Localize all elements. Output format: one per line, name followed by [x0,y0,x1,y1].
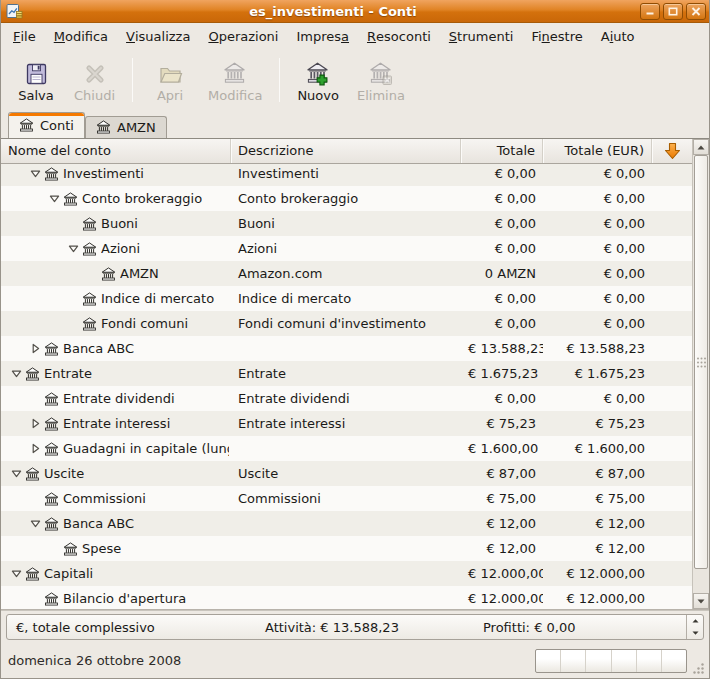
menu-item-aiuto[interactable]: Aiuto [592,23,644,50]
account-row-entrate[interactable]: EntrateEntrate€ 1.675,23€ 1.675,23 [1,361,692,386]
bank-icon [25,467,44,481]
account-row-conto-brokeraggio[interactable]: Conto brokeraggioConto brokeraggio€ 0,00… [1,186,692,211]
account-total-eur: € 12,00 [543,516,652,531]
window-controls [640,3,706,20]
vertical-scrollbar[interactable] [692,139,709,609]
account-description: Entrate [231,366,461,381]
column-header-account-name[interactable]: Nome del conto [1,139,231,163]
account-row-capitali[interactable]: Capitali€ 12.000,00€ 12.000,00 [1,561,692,586]
account-row-azioni[interactable]: AzioniAzioni€ 0,00€ 0,00 [1,236,692,261]
account-total-eur: € 1.675,23 [543,366,652,381]
salva-button[interactable]: Salva [7,54,65,106]
account-row-buoni[interactable]: BuoniBuoni€ 0,00€ 0,00 [1,211,692,236]
expander-open-icon[interactable] [46,193,63,204]
maximize-button[interactable] [663,3,683,20]
close-button[interactable] [686,3,706,20]
expander-open-icon[interactable] [8,368,25,379]
account-total-eur: € 12,00 [543,541,652,556]
account-total: € 0,00 [461,391,543,406]
summary-bar[interactable]: €, totale complessivo Attività: € 13.588… [6,614,704,640]
account-row-guadagni-in-capitale-lung[interactable]: Guadagni in capitale (lung€ 1.600,00€ 1.… [1,436,692,461]
account-row-banca-abc[interactable]: Banca ABC€ 13.588,23€ 13.588,23 [1,336,692,361]
account-total-eur: € 13.588,23 [543,341,652,356]
titlebar[interactable]: es_investimenti - Conti [1,0,709,23]
statusbar-date: domenica 26 ottobre 2008 [8,653,181,668]
spinner-up-button[interactable] [687,615,703,627]
expander-open-icon[interactable] [8,468,25,479]
bank-icon [222,60,248,86]
resize-grip-icon[interactable] [692,662,706,676]
progress-bar [535,649,687,673]
menu-item-resoconti[interactable]: Resoconti [358,23,440,50]
account-row-bilancio-d-apertura[interactable]: Bilancio d'apertura€ 12.000,00€ 12.000,0… [1,586,692,609]
scrollbar-track[interactable] [693,155,709,593]
tab-conti[interactable]: Conti [8,112,85,138]
account-description: Uscite [231,466,461,481]
account-row-spese[interactable]: Spese€ 12,00€ 12,00 [1,536,692,561]
column-header-description[interactable]: Descrizione [231,139,461,163]
account-total: € 75,23 [461,416,543,431]
account-row-banca-abc[interactable]: Banca ABC€ 12,00€ 12,00 [1,511,692,536]
bank-delete-icon [368,60,394,86]
account-total-eur: € 0,00 [543,266,652,281]
menu-item-file[interactable]: File [4,23,45,50]
thumb-grip-icon [696,356,706,369]
scrollbar-thumb[interactable] [694,155,708,569]
scroll-down-button[interactable] [693,593,709,609]
expander-closed-icon[interactable] [27,443,44,454]
progress-segment [637,650,662,672]
nuovo-button[interactable]: Nuovo [288,54,348,106]
bank-icon [82,292,101,306]
account-name: Entrate interessi [63,416,170,431]
account-total-eur: € 75,00 [543,491,652,506]
menu-item-operazioni[interactable]: Operazioni [199,23,287,50]
expander-open-icon[interactable] [27,518,44,529]
account-name: Entrate [44,366,92,381]
account-name: Commissioni [63,491,146,506]
account-description: Fondi comuni d'investimento [231,316,461,331]
tab-amzn[interactable]: AMZN [85,116,167,138]
column-header-total[interactable]: Totale [461,139,543,163]
account-row-commissioni[interactable]: CommissioniCommissioni€ 75,00€ 75,00 [1,486,692,511]
bank-icon [63,542,82,556]
expander-open-icon[interactable] [65,243,82,254]
spinner-down-button[interactable] [687,627,703,639]
account-row-investimenti[interactable]: InvestimentiInvestimenti€ 0,00€ 0,00 [1,164,692,186]
tab-label: AMZN [117,120,156,135]
account-row-entrate-dividendi[interactable]: Entrate dividendiEntrate dividendi€ 0,00… [1,386,692,411]
menu-item-visualizza[interactable]: Visualizza [117,23,199,50]
account-row-entrate-interessi[interactable]: Entrate interessiEntrate interessi€ 75,2… [1,411,692,436]
expander-open-icon[interactable] [27,168,44,179]
expander-closed-icon[interactable] [27,343,44,354]
expander-closed-icon[interactable] [27,418,44,429]
scroll-up-button[interactable] [693,139,709,155]
menu-item-modifica[interactable]: Modifica [45,23,117,50]
account-total: € 12,00 [461,516,543,531]
chiudi-button: Chiudi [65,54,124,106]
open-folder-icon [158,60,183,86]
menu-item-strumenti[interactable]: Strumenti [440,23,523,50]
column-header-total-eur[interactable]: Totale (EUR) [543,139,652,163]
toolbar-button-label: Salva [18,88,54,103]
account-total-eur: € 75,23 [543,416,652,431]
bank-new-icon [305,60,331,86]
account-total: € 0,00 [461,191,543,206]
apri-button: Apri [141,54,199,106]
minimize-button[interactable] [640,3,660,20]
expander-open-icon[interactable] [8,568,25,579]
account-total: € 0,00 [461,166,543,181]
menu-item-impresa[interactable]: Impresa [287,23,358,50]
account-name: Entrate dividendi [63,391,175,406]
progress-segment [662,650,686,672]
column-options-button[interactable] [652,139,692,163]
account-total-eur: € 0,00 [543,316,652,331]
bank-icon [44,167,63,181]
menu-item-finestre[interactable]: Finestre [522,23,591,50]
account-row-uscite[interactable]: UsciteUscite€ 87,00€ 87,00 [1,461,692,486]
account-description: Azioni [231,241,461,256]
account-name: Banca ABC [63,516,134,531]
account-row-indice-di-mercato[interactable]: Indice di mercatoIndice di mercato€ 0,00… [1,286,692,311]
account-total: € 75,00 [461,491,543,506]
account-row-amzn[interactable]: AMZNAmazon.com0 AMZN€ 0,00 [1,261,692,286]
account-row-fondi-comuni[interactable]: Fondi comuniFondi comuni d'investimento€… [1,311,692,336]
